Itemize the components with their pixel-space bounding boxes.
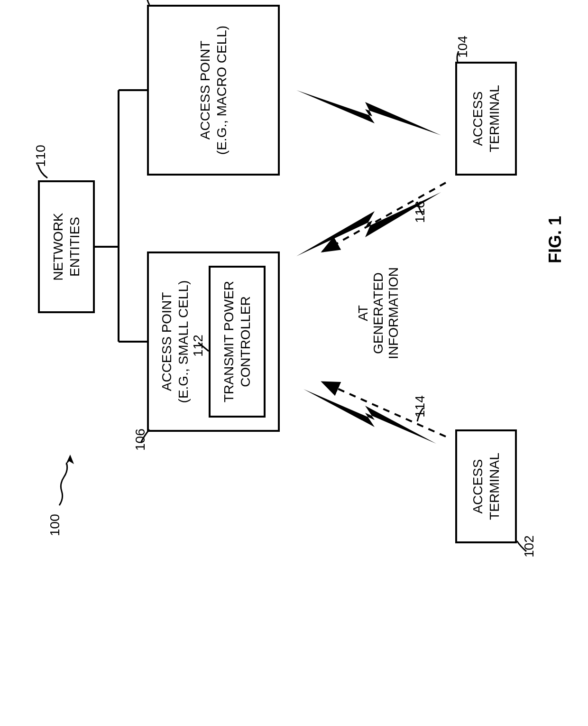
ref-112: 112	[191, 335, 206, 357]
label-network-entities: NETWORK ENTITIES	[50, 213, 83, 280]
box-at-left: ACCESS TERMINAL	[455, 429, 517, 543]
lightning-icon	[296, 90, 441, 135]
label-at-generated: AT GENERATED INFORMATION	[356, 251, 401, 375]
ref-100: 100	[47, 514, 63, 536]
label-ap-macro: ACCESS POINT (E.G., MACRO CELL)	[197, 26, 230, 155]
ref-106: 106	[133, 428, 148, 451]
ref-110: 110	[33, 145, 48, 167]
label-at-right: ACCESS TERMINAL	[469, 85, 503, 152]
ref-104: 104	[455, 36, 470, 58]
label-tx-power: TRANSMIT POWER CONTROLLER	[220, 281, 254, 402]
ref-102: 102	[522, 535, 537, 558]
ref-114: 114	[413, 395, 428, 418]
figure-title: FIG. 1	[545, 204, 565, 275]
svg-marker-1	[65, 455, 74, 465]
diagram-canvas: 100 NETWORK ENTITIES 110 ACCESS POINT (E…	[0, 0, 588, 588]
box-ap-macro: ACCESS POINT (E.G., MACRO CELL)	[147, 5, 280, 176]
box-at-right: ACCESS TERMINAL	[455, 62, 517, 176]
ref-116: 116	[413, 201, 428, 223]
label-at-left: ACCESS TERMINAL	[469, 453, 503, 520]
label-ap-small: ACCESS POINT (E.G., SMALL CELL)	[158, 280, 192, 403]
box-tx-power: TRANSMIT POWER CONTROLLER	[209, 266, 266, 418]
box-network-entities: NETWORK ENTITIES	[38, 180, 95, 313]
